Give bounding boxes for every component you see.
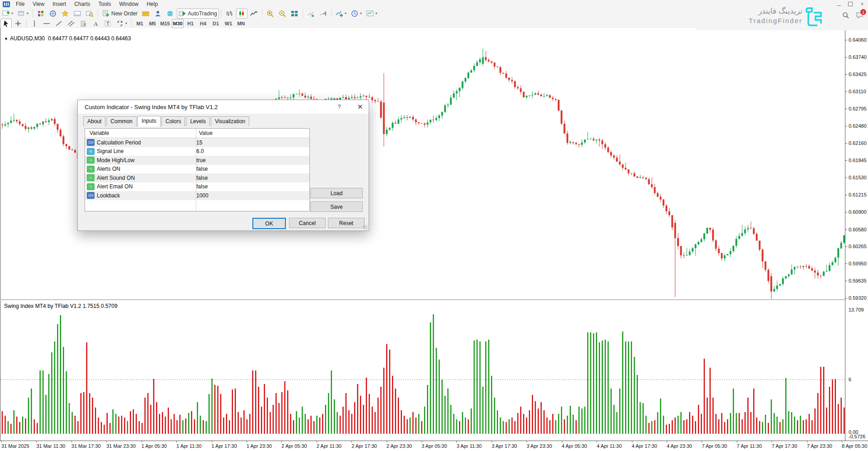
trendline-button[interactable] — [53, 19, 65, 29]
new-chart-button[interactable]: ▾ — [0, 9, 15, 19]
dialog-title-bar[interactable]: Custom Indicator - Swing Index MT4 by TF… — [78, 100, 369, 114]
variable-value[interactable]: false — [193, 166, 208, 172]
variable-value[interactable]: false — [193, 175, 208, 181]
timeframe-m15-button[interactable]: M15 — [159, 19, 171, 28]
input-row-alert-email-on[interactable]: ∿Alert Email ONfalse — [85, 182, 309, 192]
input-row-alerts-on[interactable]: ∿Alerts ONfalse — [85, 165, 309, 174]
tab-levels[interactable]: Levels — [186, 116, 210, 126]
menu-file[interactable]: File — [12, 0, 28, 8]
timeframe-h1-button[interactable]: H1 — [185, 19, 196, 28]
tab-colors[interactable]: Colors — [161, 116, 185, 126]
new-order-button[interactable]: New Order — [100, 9, 139, 19]
chat-icon[interactable]: 1 — [856, 12, 863, 21]
data-window-button[interactable] — [47, 9, 59, 19]
trendline-icon — [55, 20, 63, 27]
shapes-button[interactable]: ▾ — [114, 19, 129, 29]
hline-button[interactable] — [41, 19, 52, 29]
menu-tools[interactable]: Tools — [95, 0, 115, 8]
cursor-button[interactable] — [0, 19, 12, 29]
time-axis[interactable]: 31 Mar 202531 Mar 11:3031 Mar 17:3031 Ma… — [0, 441, 868, 451]
time-tick-label: 2 Apr 05:30 — [281, 443, 307, 449]
periods-button[interactable]: ▾ — [349, 9, 364, 19]
variable-value[interactable]: true — [193, 157, 206, 163]
menu-view[interactable]: View — [28, 0, 48, 8]
input-row-mode-high-low[interactable]: ∿Mode High/Lowtrue — [85, 156, 309, 165]
indicators-button[interactable]: ▾ — [334, 9, 348, 19]
dialog-close-icon[interactable]: ✕ — [352, 100, 368, 114]
input-row-lookback[interactable]: 123Lookback1000 — [85, 191, 309, 200]
tab-common[interactable]: Common — [106, 116, 137, 126]
time-tick-mark — [106, 441, 107, 442]
bool-type-icon: ∿ — [87, 174, 95, 181]
vline-button[interactable] — [29, 19, 40, 29]
crosshair-button[interactable] — [13, 19, 24, 29]
zoom-in-button[interactable] — [265, 9, 276, 19]
bar-chart-button[interactable] — [224, 9, 235, 19]
timeframe-m5-button[interactable]: M5 — [147, 19, 158, 28]
menu-help[interactable]: Help — [142, 0, 162, 8]
indicator-histogram-pane[interactable]: Swing Index MT4 by TFlab V1.2 1.7515 0.5… — [0, 300, 845, 441]
cancel-button[interactable]: Cancel — [289, 218, 326, 228]
price-tick-mark — [845, 74, 847, 75]
input-row-calculation-period[interactable]: 123Calculation Period15 — [85, 138, 309, 147]
menu-charts[interactable]: Charts — [70, 0, 94, 8]
price-tick-mark — [845, 57, 847, 58]
input-row-signal-line[interactable]: ½Signal Line6.0 — [85, 147, 309, 156]
close-button[interactable]: × — [859, 1, 865, 7]
scroll-end-button[interactable] — [305, 9, 317, 19]
candlestick-button[interactable] — [236, 9, 247, 19]
line-chart-button[interactable] — [248, 9, 260, 19]
restore-button[interactable] — [847, 1, 854, 7]
menu-insert[interactable]: Insert — [48, 0, 70, 8]
autotrading-button[interactable]: AutoTrading — [177, 9, 219, 19]
chevron-down-icon: ▾ — [360, 12, 362, 15]
label-button[interactable]: T — [102, 19, 114, 29]
channel-button[interactable] — [66, 19, 77, 29]
column-value: Value — [196, 130, 213, 136]
metaeditor-button[interactable] — [152, 9, 164, 19]
timeframe-m1-button[interactable]: M1 — [134, 19, 146, 28]
variable-value[interactable]: false — [193, 183, 208, 190]
variable-value[interactable]: 6.0 — [193, 148, 204, 154]
zoom-out-button[interactable] — [277, 9, 288, 19]
templates-button[interactable]: ▾ — [365, 9, 379, 19]
navigator-button[interactable] — [60, 9, 71, 19]
resize-grip[interactable] — [363, 225, 368, 230]
one-click-caret-icon[interactable]: ▼ — [4, 37, 8, 41]
variable-value[interactable]: 15 — [193, 139, 202, 146]
symbol-name: AUDUSD,M30 — [10, 35, 45, 42]
community-button[interactable] — [165, 9, 176, 19]
timeframe-w1-button[interactable]: W1 — [223, 19, 234, 28]
profiles-button[interactable]: ▾ — [16, 9, 30, 19]
menu-window[interactable]: Window — [115, 0, 143, 8]
price-tick-mark — [845, 126, 847, 126]
fibonacci-button[interactable]: F — [78, 19, 89, 29]
price-tick-mark — [845, 230, 847, 230]
periods-icon — [351, 10, 359, 17]
line-chart-icon — [250, 10, 258, 17]
load-button[interactable]: Load — [310, 188, 363, 198]
save-button[interactable]: Save — [310, 202, 363, 212]
vline-icon — [31, 20, 38, 27]
tab-inputs[interactable]: Inputs — [138, 116, 161, 127]
dialog-help-button[interactable]: ? — [332, 100, 346, 114]
tile-windows-button[interactable] — [289, 9, 300, 19]
search-icon[interactable] — [842, 12, 849, 21]
reset-button[interactable]: Reset — [328, 218, 365, 228]
timeframe-d1-button[interactable]: D1 — [210, 19, 222, 28]
input-row-alert-sound-on[interactable]: ∿Alert Sound ONfalse — [85, 173, 309, 182]
timeframe-h4-button[interactable]: H4 — [197, 19, 209, 28]
mail-button[interactable] — [140, 9, 152, 19]
timeframe-m30-button[interactable]: M30 — [172, 19, 184, 28]
strategy-tester-button[interactable] — [84, 9, 95, 19]
market-watch-button[interactable] — [35, 9, 47, 19]
chart-shift-button[interactable] — [318, 9, 329, 19]
terminal-button[interactable] — [72, 9, 83, 19]
text-button[interactable]: A — [90, 19, 101, 29]
timeframe-mn-button[interactable]: MN — [235, 19, 247, 28]
minimize-button[interactable] — [835, 1, 842, 7]
tab-visualization[interactable]: Visualization — [211, 116, 249, 126]
ok-button[interactable]: OK — [252, 218, 286, 229]
price-axis[interactable]: 0.640600.637400.634250.631100.627950.624… — [845, 28, 868, 441]
tab-about[interactable]: About — [83, 116, 105, 126]
